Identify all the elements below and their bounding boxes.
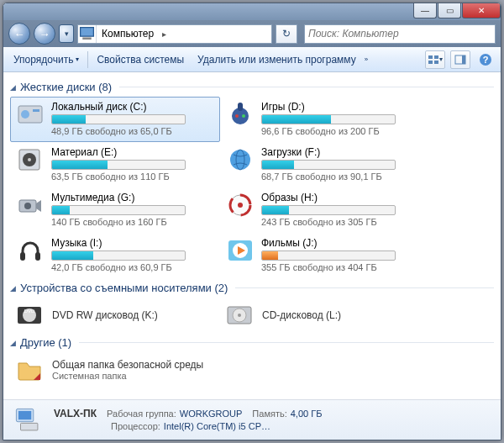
preview-pane-button[interactable] [450, 50, 470, 69]
optical-drive-icon [223, 301, 255, 330]
memory-label: Память: [252, 409, 286, 419]
drive-name: Образы (H:) [261, 192, 426, 203]
memory-value: 4,00 ГБ [291, 409, 323, 419]
minimize-button[interactable]: — [413, 3, 437, 18]
svg-rect-3 [434, 55, 438, 59]
svg-rect-2 [428, 55, 433, 59]
computer-icon [10, 404, 45, 436]
breadcrumb-label[interactable]: Компьютер [97, 28, 159, 40]
drive-name: Мультимедиа (G:) [51, 192, 216, 203]
svg-rect-7 [462, 55, 465, 64]
item-name: Общая папка безопасной среды [52, 359, 203, 371]
drive-item[interactable]: Игры (D:)96,6 ГБ свободно из 200 ГБ [220, 97, 430, 142]
removable-list: DVDDVD RW дисковод (K:)CD-дисковод (L:) [10, 298, 494, 333]
capacity-bar [261, 205, 396, 215]
workgroup-label: Рабочая группа: [107, 409, 176, 419]
svg-rect-12 [33, 109, 39, 112]
details-pane: VALX-ПК Рабочая группа:WORKGROUP Память:… [3, 399, 501, 440]
search-input[interactable] [308, 28, 491, 40]
drive-freespace: 48,9 ГБ свободно из 65,0 ГБ [51, 126, 216, 136]
capacity-bar [261, 160, 396, 170]
item-type: Системная папка [52, 371, 203, 381]
collapse-icon: ◢ [10, 284, 16, 293]
svg-rect-14 [238, 103, 243, 111]
drive-name: Музыка (I:) [51, 237, 216, 249]
svg-rect-5 [434, 61, 438, 64]
group-label: Жесткие диски (8) [20, 81, 112, 93]
drive-icon [224, 145, 256, 174]
drive-freespace: 42,0 ГБ свободно из 60,9 ГБ [51, 262, 216, 272]
svg-point-38 [238, 314, 241, 317]
svg-point-19 [28, 158, 31, 161]
removable-item[interactable]: DVDDVD RW дисковод (K:) [10, 298, 220, 333]
capacity-bar [51, 160, 186, 170]
drive-item[interactable]: Образы (H:)243 ГБ свободно из 305 ГБ [220, 187, 430, 233]
removable-item[interactable]: CD-дисковод (L:) [220, 298, 430, 333]
separator [87, 51, 88, 68]
titlebar: — ▭ ✕ [3, 3, 501, 20]
drive-name: Загрузки (F:) [261, 146, 426, 158]
drive-icon [224, 100, 256, 129]
drive-item[interactable]: Локальный диск (C:)48,9 ГБ свободно из 6… [10, 97, 220, 142]
optical-drive-icon: DVD [13, 301, 45, 330]
breadcrumb-arrow-icon[interactable]: ▸ [159, 29, 170, 39]
drive-freespace: 355 ГБ свободно из 404 ГБ [261, 262, 426, 272]
other-list: Общая папка безопасной средыСистемная па… [10, 352, 494, 388]
drive-icon [14, 191, 46, 219]
svg-point-26 [238, 203, 243, 208]
drive-item[interactable]: Музыка (I:)42,0 ГБ свободно из 60,9 ГБ [10, 233, 220, 278]
view-options-button[interactable]: ▾ [425, 50, 445, 69]
search-box[interactable] [304, 24, 496, 44]
pc-name: VALX-ПК [54, 408, 97, 420]
breadcrumb[interactable]: Компьютер ▸ [77, 24, 272, 44]
svg-point-20 [230, 150, 250, 170]
organize-label: Упорядочить [13, 54, 73, 66]
drive-name: Материал (E:) [51, 146, 216, 158]
organize-menu[interactable]: Упорядочить ▾ [8, 50, 84, 69]
cpu-value: Intel(R) Core(TM) i5 CP… [164, 421, 270, 431]
group-header-removable[interactable]: ◢ Устройства со съемными носителями (2) [10, 282, 494, 294]
maximize-button[interactable]: ▭ [438, 3, 461, 18]
capacity-bar [261, 114, 396, 124]
overflow-icon[interactable]: » [365, 55, 368, 63]
refresh-button[interactable]: ↻ [276, 24, 297, 44]
item-name: CD-дисковод (L:) [262, 309, 341, 321]
capacity-bar [51, 205, 186, 215]
back-button[interactable]: ← [8, 23, 30, 45]
drive-freespace: 140 ГБ свободно из 160 ГБ [51, 217, 216, 227]
group-header-other[interactable]: ◢ Другие (1) [10, 336, 494, 349]
drive-item[interactable]: Материал (E:)63,5 ГБ свободно из 110 ГБ [10, 142, 220, 187]
svg-text:DVD: DVD [24, 309, 35, 314]
svg-point-15 [235, 114, 239, 118]
svg-rect-0 [81, 27, 94, 36]
drive-item[interactable]: Загрузки (F:)68,7 ГБ свободно из 90,1 ГБ [220, 142, 430, 187]
close-button[interactable]: ✕ [462, 3, 501, 18]
svg-marker-24 [36, 200, 41, 212]
group-header-hdd[interactable]: ◢ Жесткие диски (8) [10, 81, 494, 93]
drive-freespace: 243 ГБ свободно из 305 ГБ [261, 217, 426, 227]
capacity-bar [51, 114, 186, 124]
recent-locations-button[interactable]: ▾ [59, 24, 74, 43]
drive-name: Локальный диск (C:) [51, 101, 216, 113]
svg-rect-1 [82, 37, 92, 40]
help-button[interactable]: ? [475, 50, 496, 69]
other-item[interactable]: Общая папка безопасной средыСистемная па… [10, 352, 220, 388]
drives-list: Локальный диск (C:)48,9 ГБ свободно из 6… [10, 97, 494, 278]
svg-point-11 [21, 110, 29, 119]
uninstall-program-button[interactable]: Удалить или изменить программу [192, 50, 361, 69]
system-properties-button[interactable]: Свойства системы [92, 50, 189, 69]
cpu-label: Процессор: [111, 421, 160, 431]
drive-icon [224, 191, 256, 219]
drive-name: Фильмы (J:) [261, 237, 426, 249]
group-label: Устройства со съемными носителями (2) [20, 282, 228, 294]
drive-freespace: 68,7 ГБ свободно из 90,1 ГБ [261, 171, 426, 182]
capacity-bar [51, 251, 186, 261]
drive-item[interactable]: Фильмы (J:)355 ГБ свободно из 404 ГБ [220, 233, 430, 278]
item-name: DVD RW дисковод (K:) [52, 309, 158, 321]
svg-rect-41 [18, 410, 31, 419]
forward-button[interactable]: → [34, 23, 55, 45]
drive-icon [14, 236, 46, 265]
capacity-bar [261, 251, 396, 261]
svg-rect-4 [428, 61, 433, 64]
drive-item[interactable]: Мультимедиа (G:)140 ГБ свободно из 160 Г… [10, 187, 220, 233]
